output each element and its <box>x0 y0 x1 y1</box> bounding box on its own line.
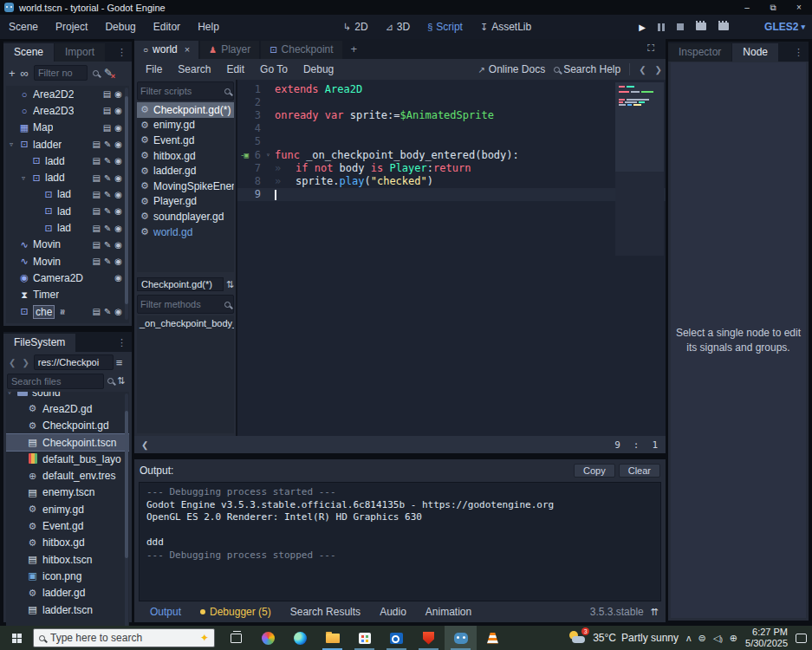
visibility-icon[interactable]: ◉ <box>114 257 122 266</box>
code-line-2[interactable]: 2 <box>237 95 666 108</box>
search-help-button[interactable]: Search Help <box>554 63 620 75</box>
tree-node-ladd[interactable]: ⊡ladd▤✎◉ <box>6 153 129 169</box>
film-icon[interactable]: ▤ <box>92 206 100 216</box>
film-icon[interactable]: ▤ <box>103 89 111 99</box>
script-item-ladder.gd[interactable]: ⚙ladder.gd <box>137 163 234 179</box>
script-icon[interactable]: ✎ <box>104 173 111 183</box>
file-item-enimy.gd[interactable]: ⚙enimy.gd <box>6 501 129 517</box>
fold-icon[interactable]: ▿ <box>263 151 273 159</box>
close-button[interactable]: × <box>786 0 812 15</box>
workspace-2d[interactable]: ↳2D <box>336 21 375 33</box>
film-icon[interactable]: ▤ <box>92 257 100 266</box>
outlook-button[interactable] <box>380 626 412 650</box>
film-icon[interactable]: ▤ <box>92 307 100 316</box>
menu-help[interactable]: Help <box>189 15 228 39</box>
volume-icon[interactable]: ◁) <box>713 633 723 644</box>
workspace-assetlib[interactable]: ↧AssetLib <box>473 21 538 33</box>
distraction-free-icon[interactable]: ⛶ <box>647 42 654 619</box>
film-icon[interactable]: ▤ <box>92 240 100 250</box>
script-icon[interactable]: ✎ <box>104 224 111 233</box>
file-item-ladder.tscn[interactable]: ▤ladder.tscn <box>6 601 129 618</box>
file-item-icon.png[interactable]: ▣icon.png <box>6 568 129 584</box>
brave-button[interactable] <box>412 626 445 650</box>
code-editor[interactable]: 1extends Area2D23onready var sprite:=$An… <box>236 80 666 436</box>
hscroll-left-icon[interactable]: ❮ <box>141 440 148 450</box>
godot-taskbar-button[interactable] <box>445 626 477 650</box>
file-item-default_bus_layo[interactable]: default_bus_layo <box>6 451 129 467</box>
tree-node-ladd[interactable]: ▿⊡ladd▤✎◉ <box>6 169 129 185</box>
script-icon[interactable]: ✎ <box>104 156 111 166</box>
file-item-hitbox.tscn[interactable]: ▤hitbox.tscn <box>6 551 129 568</box>
search-files-input[interactable] <box>7 374 104 389</box>
tab-scene[interactable]: Scene <box>3 43 54 62</box>
script-item-enimy.gd[interactable]: ⚙enimy.gd <box>137 118 234 133</box>
menu-scene[interactable]: Scene <box>0 15 47 39</box>
edge-button[interactable] <box>284 626 316 650</box>
film-icon[interactable]: ▤ <box>92 190 100 199</box>
file-item-area2d.gd[interactable]: ⚙Area2D.gd <box>6 400 129 417</box>
scene-tab-player[interactable]: ♟Player <box>200 41 259 59</box>
script-icon[interactable]: ✎ <box>104 307 111 316</box>
script-icon[interactable]: ✎ <box>104 206 111 216</box>
restore-button[interactable]: ⧉ <box>760 0 786 15</box>
visibility-icon[interactable]: ◉ <box>114 173 122 183</box>
visibility-icon[interactable]: ◉ <box>114 206 122 216</box>
task-view-button[interactable] <box>220 626 252 650</box>
bottom-tab-animation[interactable]: Animation <box>417 606 480 618</box>
taskbar-clock[interactable]: 6:27 PM 5/30/2025 <box>745 627 788 649</box>
bottom-tab-debugger-5-[interactable]: Debugger (5) <box>192 606 280 618</box>
code-line-3[interactable]: 3onready var sprite:=$AnimatedSprite <box>237 108 666 121</box>
code-line-7[interactable]: 7»if not body is Player:return <box>237 161 666 174</box>
file-item-checkpoint.gd[interactable]: ⚙Checkpoint.gd <box>6 418 129 434</box>
tab-filesystem[interactable]: FileSystem <box>3 334 75 352</box>
film-icon[interactable]: ▤ <box>92 156 100 166</box>
renderer-dropdown[interactable]: GLES2 ▾ <box>764 21 805 33</box>
menu-editor[interactable]: Editor <box>145 15 189 39</box>
menu-project[interactable]: Project <box>47 15 96 39</box>
start-button[interactable] <box>0 626 33 650</box>
stop-button[interactable] <box>677 23 684 32</box>
script-icon[interactable]: ✎ <box>104 257 111 266</box>
code-line-6[interactable]: -▣6▿func _on_checkpoint_body_entered(bod… <box>237 148 666 161</box>
file-item-enemy.tscn[interactable]: ▤enemy.tscn <box>6 484 129 501</box>
scene-tab-world[interactable]: ○world× <box>134 41 198 59</box>
script-icon[interactable]: ✎ <box>104 190 111 199</box>
workspace-3d[interactable]: ⊿3D <box>379 21 418 33</box>
history-back-icon[interactable]: ❮ <box>639 65 646 75</box>
menu-debug[interactable]: Debug <box>96 15 144 39</box>
pause-button[interactable] <box>658 23 665 31</box>
add-node-button[interactable]: + <box>9 67 16 80</box>
script-item-event.gd[interactable]: ⚙Event.gd <box>137 133 234 148</box>
visibility-icon[interactable]: ◉ <box>114 156 122 166</box>
nav-back-icon[interactable]: ❮ <box>7 358 17 367</box>
visibility-icon[interactable]: ◉ <box>114 106 122 115</box>
code-minimap[interactable] <box>615 82 664 256</box>
film-icon[interactable]: ▤ <box>103 123 111 133</box>
minimize-button[interactable]: – <box>734 0 760 15</box>
script-item-soundplayer.gd[interactable]: ⚙soundplayer.gd <box>137 209 234 224</box>
visibility-icon[interactable]: ◉ <box>114 273 122 283</box>
tree-node-lad[interactable]: ⊡lad▤✎◉ <box>6 203 129 219</box>
tree-node-lad[interactable]: ⊡lad▤✎◉ <box>6 219 129 236</box>
tree-node-camera2d[interactable]: ◉Camera2D◉ <box>6 270 129 286</box>
online-docs-button[interactable]: ↗ Online Docs <box>477 63 545 75</box>
resource-path-input[interactable] <box>34 354 114 370</box>
film-icon[interactable]: ▤ <box>92 224 100 233</box>
file-item-hitbox.gd[interactable]: ⚙hitbox.gd <box>6 535 129 551</box>
taskbar-search[interactable]: ✦ <box>33 628 215 647</box>
script-menu-edit[interactable]: Edit <box>218 63 252 75</box>
script-item-hitbox.gd[interactable]: ⚙hitbox.gd <box>137 148 234 164</box>
script-item-player.gd[interactable]: ⚙Player.gd <box>137 194 234 210</box>
filter-nodes-input[interactable] <box>34 65 88 81</box>
tree-node-map[interactable]: ▦Map▤◉ <box>6 120 129 136</box>
visibility-icon[interactable]: ◉ <box>114 190 122 199</box>
history-forward-icon[interactable]: ❯ <box>655 65 662 75</box>
tray-app-icon[interactable]: ⊜ <box>698 633 705 644</box>
script-item-movingspikeenemy[interactable]: ⚙MovingSpikeEnemy <box>137 179 234 194</box>
tree-node-movin[interactable]: ∿Movin▤✎◉ <box>6 253 129 270</box>
script-item-checkpoint.gd(*)[interactable]: ⚙Checkpoint.gd(*) <box>137 102 234 118</box>
new-scene-tab-button[interactable]: + <box>344 42 365 59</box>
play-scene-button[interactable] <box>696 23 706 32</box>
script-menu-file[interactable]: File <box>138 63 170 75</box>
sort-files-icon[interactable]: ⇅ <box>117 375 125 387</box>
